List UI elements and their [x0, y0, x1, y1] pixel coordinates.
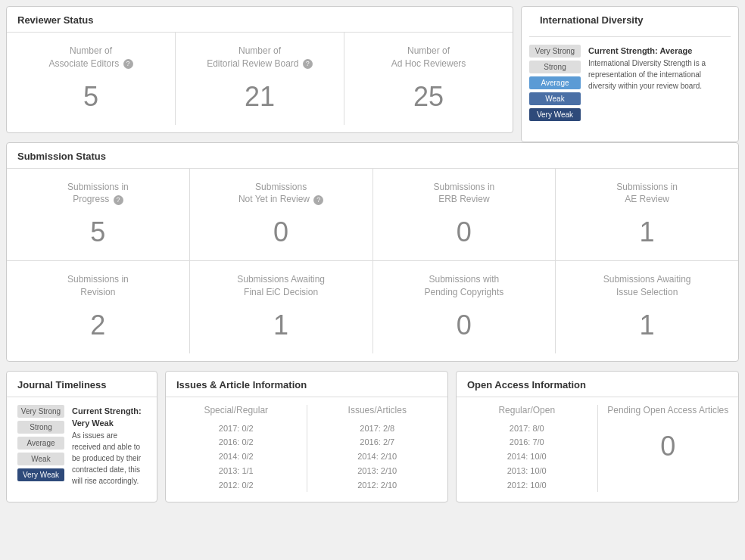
adhoc-value: 25: [352, 81, 505, 113]
oa-col-regular: Regular/Open 2017: 8/0 2016: 7/0 2014: 1…: [457, 405, 598, 492]
oa-col-regular-header: Regular/Open: [464, 405, 590, 415]
submissions-pending-copyright-cell: Submissions with Pending Copyrights 0: [373, 261, 556, 353]
erb-label: Number of Editorial Review Board ?: [183, 45, 336, 70]
journal-timeliness-title: Journal Timeliness: [7, 379, 157, 397]
submissions-final-eic-label: Submissions Awaiting Final EiC Decision: [198, 273, 365, 299]
issues-content: Special/Regular 2017: 0/2 2016: 0/2 2014…: [166, 397, 447, 492]
timeliness-content: Very Strong Strong Average Weak Very Wea…: [7, 397, 157, 494]
associate-editors-label: Number of Associate Editors ?: [14, 45, 167, 70]
issues-col-special: Special/Regular 2017: 0/2 2016: 0/2 2014…: [166, 405, 307, 492]
submissions-ae-value: 1: [563, 216, 731, 248]
tl-level-average: Average: [17, 437, 64, 450]
open-access-section: Open Access Information Regular/Open 201…: [456, 371, 739, 502]
submissions-revision-value: 2: [14, 310, 182, 341]
submissions-issue-selection-value: 1: [563, 310, 731, 341]
div-level-very-strong: Very Strong: [529, 45, 581, 58]
submissions-ae-label: Submissions in AE Review: [563, 181, 731, 207]
submission-row1: Submissions in Progress ? 5 Submissions …: [7, 168, 738, 261]
issues-col-articles-header: Issues/Articles: [315, 405, 441, 415]
div-level-strong: Strong: [529, 61, 581, 73]
issues-col-special-data: 2017: 0/2 2016: 0/2 2014: 0/2 2013: 1/1 …: [173, 422, 299, 492]
issues-article-section: Issues & Article Information Special/Reg…: [165, 371, 448, 502]
associate-editors-info-icon[interactable]: ?: [123, 59, 133, 69]
diversity-labels: Very Strong Strong Average Weak Very Wea…: [529, 45, 581, 121]
oa-col-regular-data: 2017: 8/0 2016: 7/0 2014: 10/0 2013: 10/…: [464, 422, 590, 492]
submissions-in-progress-label: Submissions in Progress ?: [14, 181, 182, 207]
submissions-pending-copyright-value: 0: [381, 310, 548, 341]
submissions-in-progress-cell: Submissions in Progress ? 5: [7, 169, 190, 261]
adhoc-cell: Number of Ad Hoc Reviewers 25: [344, 33, 513, 125]
submissions-in-progress-value: 5: [14, 216, 182, 248]
submissions-issue-selection-cell: Submissions Awaiting Issue Selection 1: [556, 261, 738, 353]
tl-level-strong: Strong: [17, 421, 64, 434]
erb-info-icon[interactable]: ?: [303, 59, 313, 69]
reviewer-status-section: Reviewer Status Number of Associate Edit…: [6, 6, 513, 133]
div-level-weak: Weak: [529, 92, 581, 105]
bottom-row: Journal Timeliness Very Strong Strong Av…: [6, 371, 739, 512]
erb-cell: Number of Editorial Review Board ? 21: [176, 33, 344, 125]
submission-row2: Submissions in Revision 2 Submissions Aw…: [7, 260, 738, 353]
diversity-description: Current Strength: Average International …: [588, 45, 731, 121]
submissions-not-yet-info-icon[interactable]: ?: [313, 195, 323, 205]
tl-level-weak: Weak: [17, 453, 64, 465]
submissions-issue-selection-label: Submissions Awaiting Issue Selection: [563, 273, 731, 299]
oa-pending-value: 0: [606, 431, 731, 462]
submissions-not-yet-cell: Submissions Not Yet in Review ? 0: [190, 169, 373, 261]
submission-status-section: Submission Status Submissions in Progres…: [6, 142, 739, 362]
reviewer-stat-grid: Number of Associate Editors ? 5 Number o…: [7, 32, 513, 125]
intl-diversity-title: International Diversity: [529, 14, 731, 32]
journal-timeliness-section: Journal Timeliness Very Strong Strong Av…: [6, 371, 157, 502]
div-level-very-weak: Very Weak: [529, 108, 581, 121]
oa-col-pending: Pending Open Access Articles 0: [598, 405, 739, 492]
issues-article-title: Issues & Article Information: [166, 379, 447, 397]
submissions-not-yet-value: 0: [198, 216, 365, 248]
submissions-final-eic-value: 1: [198, 310, 365, 341]
international-diversity-section: International Diversity Very Strong Stro…: [521, 6, 739, 142]
issues-col-articles: Issues/Articles 2017: 2/8 2016: 2/7 2014…: [307, 405, 448, 492]
associate-editors-cell: Number of Associate Editors ? 5: [7, 33, 176, 125]
issues-col-special-header: Special/Regular: [173, 405, 299, 415]
submissions-erb-label: Submissions in ERB Review: [381, 181, 548, 207]
submission-status-title: Submission Status: [7, 151, 738, 168]
submissions-erb-value: 0: [381, 216, 548, 248]
oa-col-pending-header: Pending Open Access Articles: [606, 405, 731, 415]
erb-value: 21: [183, 81, 336, 113]
issues-col-articles-data: 2017: 2/8 2016: 2/7 2014: 2/10 2013: 2/1…: [315, 422, 441, 492]
div-level-average: Average: [529, 76, 581, 89]
tl-level-very-strong: Very Strong: [17, 405, 64, 418]
associate-editors-value: 5: [14, 81, 167, 113]
reviewer-status-title: Reviewer Status: [7, 14, 513, 32]
tl-level-very-weak: Very Weak: [17, 468, 64, 481]
timeliness-labels: Very Strong Strong Average Weak Very Wea…: [17, 405, 64, 487]
submissions-revision-label: Submissions in Revision: [14, 273, 182, 299]
submissions-ae-cell: Submissions in AE Review 1: [556, 169, 738, 261]
timeliness-description: Current Strength: Very Weak As issues ar…: [72, 405, 146, 487]
open-access-content: Regular/Open 2017: 8/0 2016: 7/0 2014: 1…: [457, 397, 738, 492]
submissions-final-eic-cell: Submissions Awaiting Final EiC Decision …: [190, 261, 373, 353]
submissions-in-progress-info-icon[interactable]: ?: [114, 195, 123, 205]
diversity-content: Very Strong Strong Average Weak Very Wea…: [529, 36, 731, 121]
submissions-erb-cell: Submissions in ERB Review 0: [373, 169, 556, 261]
submissions-not-yet-label: Submissions Not Yet in Review ?: [198, 181, 365, 207]
submissions-pending-copyright-label: Submissions with Pending Copyrights: [381, 273, 548, 299]
adhoc-label: Number of Ad Hoc Reviewers: [352, 45, 505, 70]
submissions-revision-cell: Submissions in Revision 2: [7, 261, 190, 353]
open-access-title: Open Access Information: [457, 379, 738, 397]
